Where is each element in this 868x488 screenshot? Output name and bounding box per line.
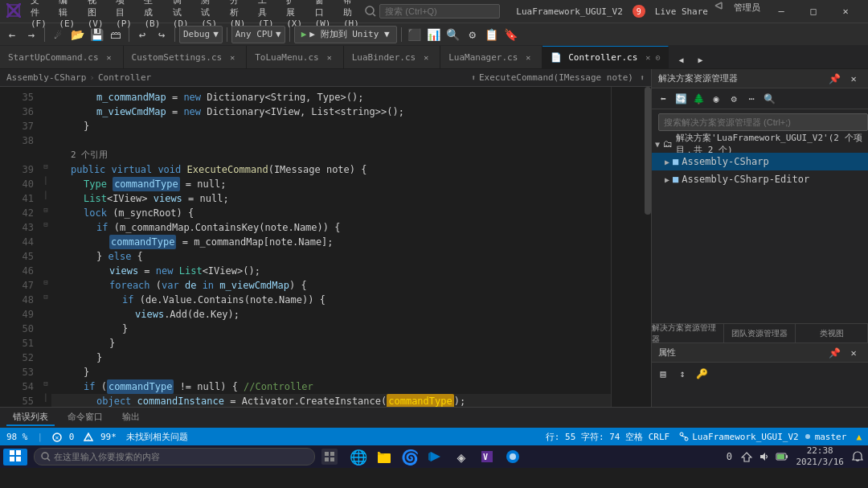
- run-button[interactable]: ▶ ▶ 附加到 Unity ▼: [294, 26, 397, 43]
- toolbar-btn-6[interactable]: 🔖: [502, 26, 520, 43]
- minimize-button[interactable]: —: [765, 0, 797, 23]
- svg-rect-17: [325, 452, 329, 456]
- fold-43[interactable]: ⊟: [40, 217, 51, 232]
- toolbar-btn-4[interactable]: ⚙: [464, 26, 481, 43]
- tab-luamanager-close[interactable]: ✕: [522, 51, 534, 63]
- taskbar-input-indicator[interactable]: 0: [722, 449, 736, 464]
- panel-toolbar-btn-2[interactable]: 🔄: [673, 91, 689, 107]
- code-editor[interactable]: 35 36 37 38 39 40 41 42 43 44 45 46 47 4…: [0, 87, 651, 407]
- taskbar-search[interactable]: 在这里输入你要搜索的内容: [34, 448, 315, 465]
- tab-luamanager[interactable]: LuaManager.cs ✕: [440, 46, 542, 68]
- toolbar-save-all-btn[interactable]: 🗃: [107, 26, 125, 43]
- code-line-55: object commandInstance = Activator.Creat…: [51, 394, 611, 407]
- tab-startup-close[interactable]: ✕: [104, 51, 115, 63]
- tree-project-assembly[interactable]: ▶ ■ Assembly-CSharp: [652, 153, 868, 170]
- props-props-btn[interactable]: 🔑: [694, 366, 710, 382]
- tree-solution[interactable]: ▼ 🗂 解决方案'LuaFramework_UGUI_V2'(2 个项目，共 2…: [652, 135, 868, 153]
- tab-toluamenu-close[interactable]: ✕: [324, 51, 335, 63]
- toolbar-btn-1[interactable]: ⬛: [406, 26, 424, 43]
- error-tab-output[interactable]: 输出: [116, 409, 146, 426]
- code-line-50: }: [51, 322, 611, 336]
- start-button[interactable]: [3, 449, 27, 465]
- code-line-36: m_viewCmdMap = new Dictionary<IView, Lis…: [51, 105, 611, 119]
- toolbar-open-btn[interactable]: 📂: [68, 26, 86, 43]
- code-line-51: }: [51, 336, 611, 351]
- search-input[interactable]: [379, 4, 500, 18]
- panel-close-btn[interactable]: ✕: [845, 71, 862, 87]
- tree-project-editor[interactable]: ▶ ■ Assembly-CSharp-Editor: [652, 170, 868, 188]
- line-numbers: 35 36 37 38 39 40 41 42 43 44 45 46 47 4…: [0, 87, 40, 407]
- toolbar-undo-btn[interactable]: ↩: [133, 26, 151, 43]
- panel-toolbar-btn-5[interactable]: ⚙: [726, 91, 742, 107]
- taskbar-app-vscode[interactable]: [424, 445, 447, 468]
- panel-pin-btn[interactable]: 📌: [826, 71, 842, 87]
- maximize-button[interactable]: □: [797, 0, 829, 23]
- taskbar-volume-icon[interactable]: [757, 449, 772, 464]
- toolbar-back-btn[interactable]: ←: [3, 26, 21, 43]
- fold-48[interactable]: ⊟: [40, 289, 51, 304]
- close-button[interactable]: ✕: [829, 0, 862, 23]
- tab-customsettings-label: CustomSettings.cs: [132, 52, 223, 63]
- tab-customsettings-close[interactable]: ✕: [227, 51, 238, 63]
- panel-toolbar-btn-3[interactable]: 🌲: [690, 91, 706, 107]
- platform-dropdown[interactable]: Any CPU ▼: [231, 26, 285, 43]
- props-sort-alpha[interactable]: ↕: [674, 366, 690, 382]
- fold-47[interactable]: ⊟: [40, 275, 51, 289]
- panel-search-btn[interactable]: 🔍: [761, 91, 777, 107]
- fold-56[interactable]: ⊟: [40, 405, 51, 407]
- taskbar-network-icon[interactable]: [739, 449, 754, 464]
- toolbar-sep-2: [129, 27, 129, 42]
- taskbar-app-edge[interactable]: 🌐: [347, 445, 370, 468]
- debug-mode-dropdown[interactable]: Debug ▼: [179, 26, 223, 43]
- live-share-button[interactable]: Live Share: [655, 0, 708, 23]
- taskbar-app-explorer[interactable]: [373, 445, 395, 468]
- taskbar-clock[interactable]: 22:38 2021/3/16: [796, 445, 844, 469]
- share-icon[interactable]: [708, 0, 729, 23]
- panel-tab-team[interactable]: 团队资源管理器: [724, 324, 796, 342]
- toolbar-forward-btn[interactable]: →: [23, 26, 40, 43]
- toolbar-redo-btn[interactable]: ↪: [153, 26, 170, 43]
- status-right-area: 行: 55 字符: 74 空格 CRLF LuaFramework_UGUI_V…: [546, 431, 862, 443]
- panel-toolbar-btn-6[interactable]: ⋯: [743, 91, 760, 107]
- toolbar-btn-2[interactable]: 📊: [425, 26, 443, 43]
- tab-startup[interactable]: StartUpCommand.cs ✕: [0, 46, 124, 68]
- tab-toluamenu[interactable]: ToLuaMenu.cs ✕: [247, 46, 343, 68]
- error-tab-cmd[interactable]: 命令窗口: [61, 409, 109, 426]
- tab-luabinder-close[interactable]: ✕: [420, 51, 432, 63]
- taskbar-notification-btn[interactable]: [850, 449, 865, 464]
- status-zoom[interactable]: 98 %: [6, 432, 28, 442]
- toolbar-btn-3[interactable]: 🔍: [444, 26, 462, 43]
- toolbar-new-btn[interactable]: ☄: [49, 26, 67, 43]
- taskbar-app-unity[interactable]: ◈: [450, 445, 473, 468]
- fold-39[interactable]: ⊟: [40, 159, 51, 174]
- tab-customsettings[interactable]: CustomSettings.cs ✕: [124, 46, 248, 68]
- props-close-btn[interactable]: ✕: [845, 345, 862, 361]
- scrollbar-thumb[interactable]: [645, 87, 651, 215]
- taskbar-app-blue[interactable]: [502, 445, 524, 468]
- fold-42[interactable]: ⊟: [40, 203, 51, 217]
- taskbar-app-vs[interactable]: V: [476, 445, 498, 468]
- tab-controller[interactable]: 📄 Controller.cs ✕ ⊙: [542, 46, 669, 68]
- toolbar-btn-5[interactable]: 📋: [483, 26, 501, 43]
- title-bar: 文件(F) 编辑(E) 视图(V) 项目(P) 生成(B) 调试(D) 测试(S…: [0, 0, 868, 23]
- taskbar-battery-icon[interactable]: [775, 449, 789, 464]
- panel-tabs: 解决方案资源管理器 团队资源管理器 类视图: [652, 323, 868, 342]
- panel-tab-class[interactable]: 类视图: [796, 324, 868, 342]
- tab-scroll-left[interactable]: ◀: [672, 51, 690, 68]
- panel-tab-solution[interactable]: 解决方案资源管理器: [652, 324, 724, 342]
- props-sort-cat[interactable]: ▤: [655, 366, 671, 382]
- tab-luabinder[interactable]: LuaBinder.cs ✕: [344, 46, 440, 68]
- code-line-37: }: [51, 119, 611, 133]
- panel-toolbar-btn-4[interactable]: ◉: [708, 91, 724, 107]
- taskbar-app-chrome[interactable]: 🌀: [399, 445, 421, 468]
- panel-toolbar-btn-1[interactable]: ⬅: [655, 91, 671, 107]
- error-tab-list[interactable]: 错误列表: [6, 409, 55, 426]
- user-button[interactable]: 管理员: [729, 0, 765, 23]
- taskbar-view-btn[interactable]: [321, 449, 338, 465]
- solution-search-input[interactable]: [658, 113, 868, 131]
- toolbar-save-btn[interactable]: 💾: [88, 26, 105, 43]
- code-content[interactable]: m_commandMap = new Dictionary<String, Ty…: [51, 87, 611, 407]
- fold-54[interactable]: ⊟: [40, 376, 51, 391]
- tab-scroll-right[interactable]: ▶: [691, 51, 709, 68]
- props-pin-btn[interactable]: 📌: [826, 345, 842, 361]
